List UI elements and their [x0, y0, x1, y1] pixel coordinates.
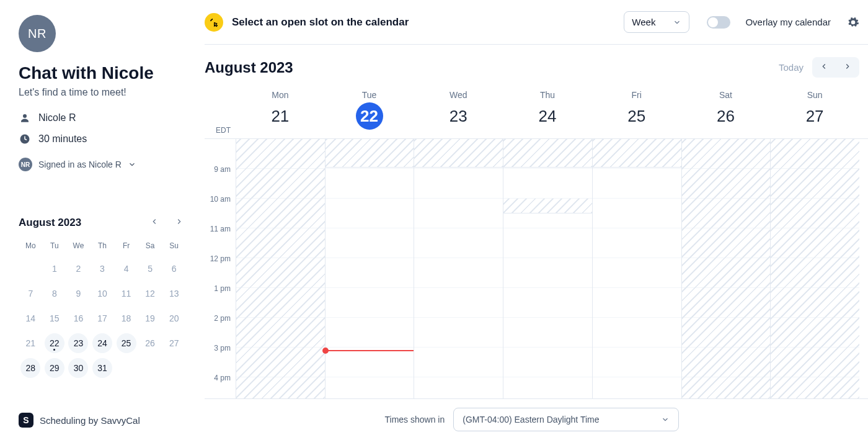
mini-cal-day: 27 [164, 333, 184, 353]
cursor-click-icon [205, 13, 223, 32]
clock-icon [19, 133, 31, 145]
calendar-day-number: 26 [712, 102, 739, 130]
mini-cal-day: 8 [45, 284, 64, 303]
calendar-day-number: 24 [534, 102, 561, 130]
host-avatar: NR [19, 15, 56, 52]
calendar-day-number: 21 [267, 102, 294, 130]
host-row: Nicole R [19, 112, 186, 124]
hour-label [205, 138, 236, 165]
calendar-day-column[interactable] [770, 139, 859, 398]
mini-cal-day: 20 [164, 308, 184, 328]
mini-cal-day[interactable]: 25 [117, 333, 136, 353]
mini-cal-day: 21 [20, 333, 40, 353]
mini-cal-dow: Fr [114, 239, 138, 255]
signed-in-dropdown[interactable]: NR Signed in as Nicole R [19, 158, 186, 171]
mini-cal-day[interactable]: 31 [92, 358, 112, 378]
busy-block [771, 139, 859, 398]
mini-cal-day: 9 [68, 284, 88, 303]
mini-cal-day: 18 [117, 308, 136, 328]
calendar-day-dow: Sat [681, 90, 771, 100]
current-time-dot [322, 348, 329, 354]
mini-cal-day: 3 [92, 259, 112, 279]
mini-cal-day [140, 358, 160, 378]
calendar-day-header: Wed23 [414, 85, 503, 138]
next-week-button[interactable] [836, 57, 859, 78]
mini-cal-day: 2 [68, 259, 88, 279]
hour-label: 3 pm [205, 344, 236, 374]
page-title: Chat with Nicole [19, 63, 186, 83]
chevron-down-icon [661, 415, 670, 424]
calendar-day-number: 23 [445, 102, 472, 130]
mini-cal-day: 11 [117, 284, 136, 303]
calendar-day-dow: Sun [770, 90, 859, 100]
overlay-toggle-label: Overlay my calendar [745, 17, 831, 27]
gear-icon[interactable] [847, 16, 859, 29]
mini-cal-day[interactable]: 30 [68, 358, 88, 378]
busy-block [682, 139, 771, 398]
calendar-day-number: 22 [356, 102, 383, 130]
hour-label: 4 pm [205, 374, 236, 398]
mini-cal-day[interactable]: 28 [20, 358, 40, 378]
hour-label: 12 pm [205, 254, 236, 284]
mini-cal-day[interactable]: 29 [45, 358, 64, 378]
mini-cal-day: 13 [164, 284, 184, 303]
month-title: August 2023 [205, 59, 293, 76]
busy-block [414, 139, 503, 168]
mini-cal-day: 4 [117, 259, 136, 279]
mini-cal-title: August 2023 [19, 217, 81, 229]
calendar-day-header: Tue22 [325, 85, 414, 138]
mini-cal-day [164, 358, 184, 378]
person-icon [19, 112, 31, 124]
mini-cal-day: 14 [20, 308, 40, 328]
mini-cal-day: 16 [68, 308, 88, 328]
calendar-day-dow: Thu [503, 90, 592, 100]
timezone-short-label: EDT [205, 126, 236, 138]
calendar-day-column[interactable] [592, 139, 681, 398]
mini-cal-next-button[interactable] [172, 215, 186, 230]
hour-label: 10 am [205, 195, 236, 225]
calendar-day-column[interactable] [236, 139, 325, 398]
host-name: Nicole R [38, 112, 76, 123]
calendar-day-header: Sun27 [770, 85, 859, 138]
calendar-day-column[interactable] [681, 139, 771, 398]
calendar-day-column[interactable] [325, 139, 414, 398]
mini-cal-day: 17 [92, 308, 112, 328]
calendar-day-header: Fri25 [592, 85, 681, 138]
calendar-day-column[interactable] [414, 139, 503, 398]
chevron-down-icon [673, 18, 681, 27]
mini-cal-day[interactable]: 22 [45, 333, 64, 353]
mini-cal-prev-button[interactable] [148, 215, 161, 230]
calendar-day-dow: Wed [414, 90, 503, 100]
mini-cal-day: 10 [92, 284, 112, 303]
calendar-day-header: Thu24 [503, 85, 592, 138]
mini-cal-dow: Tu [43, 239, 67, 255]
mini-cal-day: 15 [45, 308, 64, 328]
today-button[interactable]: Today [779, 62, 804, 73]
timezone-selector[interactable]: (GMT-04:00) Eastern Daylight Time [453, 408, 679, 431]
svg-point-0 [23, 114, 27, 118]
page-subtitle: Let's find a time to meet! [19, 87, 186, 98]
timezone-value: (GMT-04:00) Eastern Daylight Time [463, 415, 599, 424]
mini-cal-dow: We [66, 239, 91, 255]
overlay-toggle[interactable] [707, 16, 730, 29]
mini-cal-day [117, 358, 136, 378]
busy-block [503, 139, 592, 168]
mini-cal-day[interactable]: 24 [92, 333, 112, 353]
view-selector[interactable]: Week [624, 11, 689, 33]
hour-label: 11 am [205, 225, 236, 254]
prev-week-button[interactable] [812, 57, 836, 78]
mini-cal-day[interactable]: 23 [68, 333, 88, 353]
calendar-day-column[interactable] [503, 139, 592, 398]
busy-block [503, 199, 592, 213]
busy-block [236, 139, 325, 398]
calendar-day-dow: Mon [236, 90, 325, 100]
brand-row[interactable]: S Scheduling by SavvyCal [19, 413, 186, 428]
chevron-down-icon [128, 160, 136, 169]
busy-block [326, 139, 414, 168]
hour-label: 9 am [205, 165, 236, 195]
footer-label: Times shown in [385, 415, 445, 424]
mini-cal-day: 19 [140, 308, 160, 328]
duration-row: 30 minutes [19, 133, 186, 145]
brand-label: Scheduling by SavvyCal [40, 415, 140, 426]
calendar-day-dow: Tue [325, 90, 414, 100]
